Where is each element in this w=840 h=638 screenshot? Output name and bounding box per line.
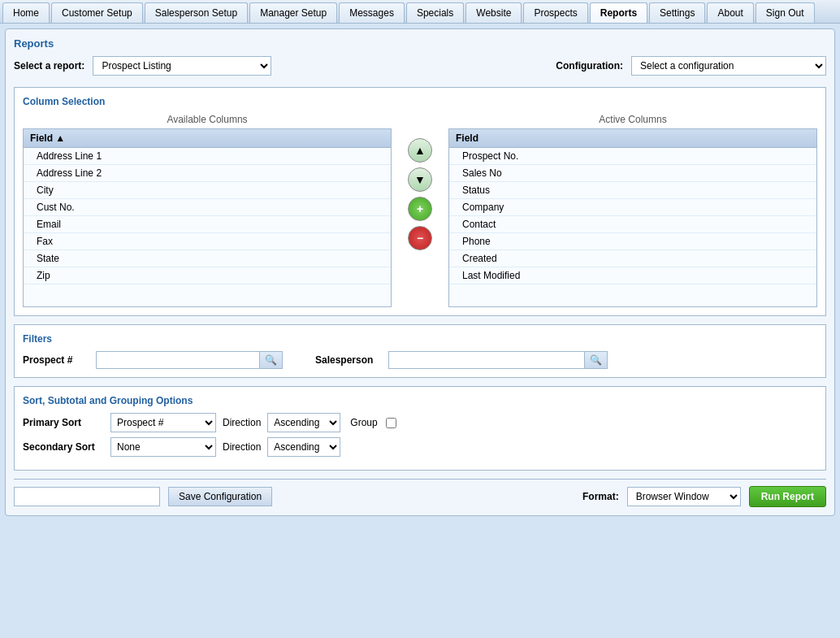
nav-tab-customer-setup[interactable]: Customer Setup	[51, 2, 143, 23]
active-columns-list[interactable]: Field Prospect No.Sales NoStatusCompanyC…	[448, 128, 817, 307]
primary-direction-select[interactable]: AscendingDescending	[267, 413, 340, 432]
format-select[interactable]: Browser WindowPDFExcel	[627, 487, 741, 506]
columns-container: Available Columns Field ▲ Address Line 1…	[23, 114, 817, 307]
available-column-item[interactable]: Zip	[24, 267, 391, 284]
nav-tab-settings[interactable]: Settings	[649, 2, 705, 23]
salesperson-search-button[interactable]: 🔍	[584, 352, 607, 368]
active-column-item[interactable]: Company	[449, 199, 816, 216]
nav-tab-sign-out[interactable]: Sign Out	[756, 2, 815, 23]
primary-direction-label: Direction	[223, 417, 261, 428]
available-column-item[interactable]: Email	[24, 216, 391, 233]
group-label: Group	[350, 417, 377, 428]
active-column-item[interactable]: Last Modified	[449, 267, 816, 284]
available-column-item[interactable]: Fax	[24, 233, 391, 250]
available-columns-list[interactable]: Field ▲ Address Line 1Address Line 2City…	[23, 128, 392, 307]
active-columns-label: Active Columns	[448, 114, 817, 125]
report-select[interactable]: Prospect Listing	[93, 56, 271, 76]
page-title: Reports	[14, 37, 826, 50]
nav-tab-prospects[interactable]: Prospects	[523, 2, 587, 23]
active-column-item[interactable]: Status	[449, 182, 816, 199]
active-column-item[interactable]: Phone	[449, 233, 816, 250]
filters-section: Filters Prospect # 🔍 Salesperson 🔍	[14, 324, 826, 378]
save-config-button[interactable]: Save Configuration	[168, 487, 272, 506]
active-column-item[interactable]: Created	[449, 250, 816, 267]
active-column-item[interactable]: Sales No	[449, 165, 816, 182]
nav-tab-reports[interactable]: Reports	[590, 2, 647, 23]
nav-tab-website[interactable]: Website	[465, 2, 522, 23]
format-label: Format:	[582, 491, 619, 502]
bottom-bar: Save Configuration Format: Browser Windo…	[14, 479, 826, 507]
nav-tab-about[interactable]: About	[707, 2, 753, 23]
available-columns-label: Available Columns	[23, 114, 392, 125]
filters-title: Filters	[23, 333, 817, 345]
run-report-button[interactable]: Run Report	[749, 486, 826, 507]
prospect-search-button[interactable]: 🔍	[259, 352, 282, 368]
filter-row: Prospect # 🔍 Salesperson 🔍	[23, 351, 817, 369]
sort-title: Sort, Subtotal and Grouping Options	[23, 395, 817, 406]
remove-column-button[interactable]: −	[408, 226, 432, 250]
primary-sort-label: Primary Sort	[23, 417, 104, 428]
move-up-button[interactable]: ▲	[408, 138, 432, 163]
select-report-label: Select a report:	[14, 60, 84, 72]
salesperson-filter-label: Salesperson	[315, 354, 380, 366]
config-name-input[interactable]	[14, 487, 160, 506]
available-column-item[interactable]: Address Line 1	[24, 148, 391, 165]
active-columns-box: Active Columns Field Prospect No.Sales N…	[448, 114, 817, 307]
secondary-sort-select[interactable]: NoneProspect #Sales NoStatus	[110, 437, 216, 457]
move-down-button[interactable]: ▼	[408, 167, 432, 192]
nav-tab-messages[interactable]: Messages	[339, 2, 405, 23]
column-selection-section: Column Selection Available Columns Field…	[14, 87, 826, 316]
salesperson-filter-wrap: 🔍	[388, 351, 608, 369]
available-column-item[interactable]: City	[24, 182, 391, 199]
secondary-sort-label: Secondary Sort	[23, 441, 104, 453]
sort-section: Sort, Subtotal and Grouping Options Prim…	[14, 386, 826, 471]
active-columns-header[interactable]: Field	[449, 129, 816, 148]
primary-sort-select[interactable]: Prospect #Sales NoStatusCompanyContact	[110, 413, 216, 432]
transfer-buttons: ▲ ▼ + −	[400, 114, 440, 250]
nav-tab-specials[interactable]: Specials	[406, 2, 464, 23]
column-selection-title: Column Selection	[23, 96, 817, 107]
available-column-item[interactable]: State	[24, 250, 391, 267]
active-column-item[interactable]: Prospect No.	[449, 148, 816, 165]
nav-bar: HomeCustomer SetupSalesperson SetupManag…	[0, 0, 840, 24]
primary-sort-row: Primary Sort Prospect #Sales NoStatusCom…	[23, 413, 817, 432]
nav-tab-salesperson-setup[interactable]: Salesperson Setup	[145, 2, 248, 23]
prospect-filter-wrap: 🔍	[96, 351, 283, 369]
main-content: Reports Select a report: Prospect Listin…	[5, 28, 835, 516]
available-columns-header[interactable]: Field ▲	[24, 129, 391, 148]
prospect-filter-input[interactable]	[97, 352, 259, 368]
config-select[interactable]: Select a configuration	[631, 56, 826, 76]
nav-tab-home[interactable]: Home	[2, 2, 50, 23]
config-label: Configuration:	[556, 60, 623, 72]
report-selector-row: Select a report: Prospect Listing Config…	[14, 56, 826, 76]
active-column-item[interactable]: Contact	[449, 216, 816, 233]
salesperson-filter-input[interactable]	[389, 352, 584, 368]
add-column-button[interactable]: +	[408, 197, 432, 221]
available-columns-box: Available Columns Field ▲ Address Line 1…	[23, 114, 392, 307]
prospect-filter-label: Prospect #	[23, 354, 88, 366]
nav-tab-manager-setup[interactable]: Manager Setup	[249, 2, 337, 23]
group-checkbox[interactable]	[386, 418, 396, 428]
available-column-item[interactable]: Cust No.	[24, 199, 391, 216]
available-column-item[interactable]: Address Line 2	[24, 165, 391, 182]
secondary-direction-label: Direction	[223, 441, 261, 453]
secondary-sort-row: Secondary Sort NoneProspect #Sales NoSta…	[23, 437, 817, 457]
secondary-direction-select[interactable]: AscendingDescending	[267, 437, 340, 457]
